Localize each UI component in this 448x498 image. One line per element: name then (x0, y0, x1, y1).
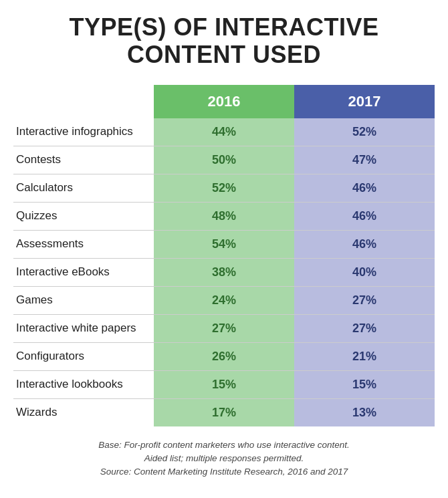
col-header-2016: 2016 (154, 85, 294, 118)
row-val-2017: 40% (294, 258, 435, 286)
col-header-2017: 2017 (294, 85, 435, 118)
data-table: 2016 2017 Interactive infographics 44% 5… (13, 85, 435, 426)
row-val-2016: 48% (154, 202, 294, 230)
row-val-2017: 21% (294, 342, 435, 370)
row-val-2016: 27% (154, 314, 294, 342)
table-row: Games 24% 27% (13, 286, 435, 314)
row-val-2017: 46% (294, 230, 435, 258)
row-val-2017: 52% (294, 118, 435, 146)
table-row: Interactive white papers 27% 27% (13, 314, 435, 342)
table-row: Wizards 17% 13% (13, 398, 435, 426)
row-label: Contests (13, 146, 154, 174)
row-val-2016: 26% (154, 342, 294, 370)
main-container: TYPE(S) OF INTERACTIVECONTENT USED 2016 … (13, 13, 435, 479)
row-label: Calculators (13, 174, 154, 202)
row-label: Games (13, 286, 154, 314)
table-row: Interactive eBooks 38% 40% (13, 258, 435, 286)
row-val-2017: 27% (294, 314, 435, 342)
row-label: Interactive infographics (13, 118, 154, 146)
footnote-line2: Aided list; multiple responses permitted… (13, 452, 435, 465)
table-row: Contests 50% 47% (13, 146, 435, 174)
row-label: Interactive white papers (13, 314, 154, 342)
table-row: Interactive lookbooks 15% 15% (13, 370, 435, 398)
row-val-2017: 47% (294, 146, 435, 174)
row-val-2017: 27% (294, 286, 435, 314)
table-row: Quizzes 48% 46% (13, 202, 435, 230)
footnote: Base: For-profit content marketers who u… (13, 439, 435, 479)
row-label: Interactive eBooks (13, 258, 154, 286)
table-row: Calculators 52% 46% (13, 174, 435, 202)
row-val-2017: 13% (294, 398, 435, 426)
row-val-2016: 15% (154, 370, 294, 398)
row-val-2016: 52% (154, 174, 294, 202)
row-label: Wizards (13, 398, 154, 426)
row-val-2016: 24% (154, 286, 294, 314)
row-val-2017: 15% (294, 370, 435, 398)
row-val-2016: 50% (154, 146, 294, 174)
row-label: Configurators (13, 342, 154, 370)
row-label: Quizzes (13, 202, 154, 230)
table-row: Configurators 26% 21% (13, 342, 435, 370)
row-val-2017: 46% (294, 174, 435, 202)
page-title: TYPE(S) OF INTERACTIVECONTENT USED (13, 13, 435, 69)
footnote-line1: Base: For-profit content marketers who u… (13, 439, 435, 452)
row-val-2016: 17% (154, 398, 294, 426)
row-label: Interactive lookbooks (13, 370, 154, 398)
row-val-2016: 44% (154, 118, 294, 146)
row-val-2017: 46% (294, 202, 435, 230)
footnote-line3: Source: Content Marketing Institute Rese… (13, 465, 435, 479)
row-label: Assessments (13, 230, 154, 258)
row-val-2016: 54% (154, 230, 294, 258)
row-val-2016: 38% (154, 258, 294, 286)
table-row: Assessments 54% 46% (13, 230, 435, 258)
table-row: Interactive infographics 44% 52% (13, 118, 435, 146)
col-header-label (13, 85, 154, 118)
